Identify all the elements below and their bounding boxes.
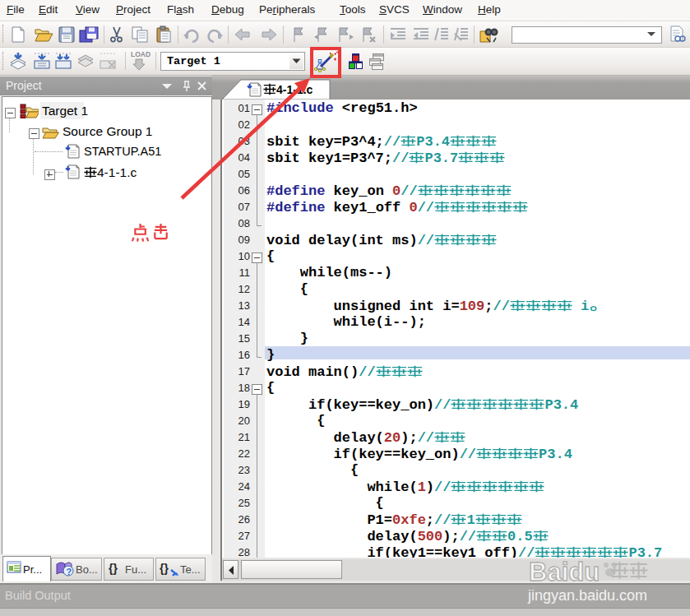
svg-text:LOAD: LOAD — [131, 50, 151, 58]
svg-text:?: ? — [67, 567, 72, 577]
